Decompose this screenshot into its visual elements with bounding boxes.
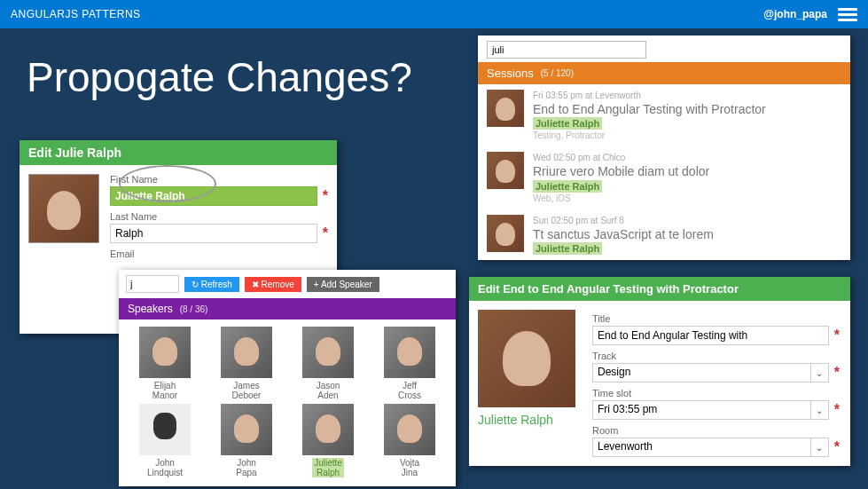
room-select[interactable]: Levenworth⌄ [592, 438, 829, 457]
avatar [384, 327, 435, 378]
sessions-count: (5 / 120) [541, 68, 574, 78]
session-meta: Sun 02:50 pm at Surf 8 [533, 215, 841, 226]
session-speaker: Juliette Ralph [533, 242, 602, 255]
avatar [487, 152, 524, 189]
speaker-card[interactable]: JeffCross [371, 327, 449, 400]
speaker-card[interactable]: VojtaJina [371, 404, 449, 479]
speakers-header-label: Speakers [128, 303, 173, 315]
avatar [302, 404, 354, 455]
avatar [487, 90, 524, 127]
required-asterisk: * [834, 327, 840, 343]
speaker-card[interactable]: JohnPapa [207, 404, 285, 479]
room-label: Room [592, 425, 840, 436]
slide-title: Propogate Changes? [27, 53, 412, 101]
timeslot-select[interactable]: Fri 03:55 pm⌄ [592, 400, 829, 420]
avatar[interactable] [28, 174, 99, 243]
email-label: Email [110, 248, 328, 259]
required-asterisk: * [834, 439, 840, 455]
twitter-handle: @john_papa [763, 8, 827, 20]
chevron-down-icon: ⌄ [810, 364, 828, 382]
speaker-card[interactable]: JohnLindquist [126, 404, 204, 479]
top-bar: ANGULARJS PATTERNS @john_papa [0, 0, 868, 28]
title-input[interactable] [592, 326, 829, 345]
speaker-card[interactable]: JasonAden [289, 327, 367, 400]
chevron-down-icon: ⌄ [810, 401, 828, 419]
refresh-button[interactable]: ↻ Refresh [184, 277, 239, 292]
session-row[interactable]: Sun 02:50 pm at Surf 8 Tt sanctus JavaSc… [478, 209, 850, 260]
session-title: Rriure vero Mobile diam ut dolor [533, 163, 841, 179]
avatar [302, 327, 354, 378]
add-speaker-button[interactable]: + Add Speaker [307, 277, 379, 292]
sessions-header-label: Sessions [487, 67, 534, 80]
first-name-input[interactable] [110, 186, 317, 206]
session-row[interactable]: Wed 02:50 pm at Chico Rriure vero Mobile… [478, 146, 850, 209]
required-asterisk: * [834, 402, 840, 418]
avatar [384, 404, 435, 455]
track-select[interactable]: Design⌄ [592, 363, 829, 383]
menu-icon[interactable] [838, 8, 857, 21]
panel-header: Edit Julie Ralph [20, 140, 337, 165]
speaker-card[interactable]: JulietteRalph [289, 404, 367, 479]
avatar [139, 327, 191, 378]
avatar [221, 327, 272, 378]
last-name-input[interactable] [110, 224, 317, 243]
session-meta: Fri 03:55 pm at Levenworth [533, 90, 841, 101]
session-meta: Wed 02:50 pm at Chico [533, 152, 841, 163]
avatar[interactable] [478, 310, 575, 407]
required-asterisk: * [323, 188, 328, 204]
session-speaker: Juliette Ralph [533, 180, 602, 193]
avatar [487, 215, 524, 252]
remove-button[interactable]: ✖ Remove [245, 277, 301, 292]
sessions-header: Sessions (5 / 120) [478, 62, 850, 84]
panel-header: Edit End to End Angular Testing with Pro… [469, 277, 850, 301]
sessions-search-input[interactable] [487, 41, 646, 59]
speakers-header: Speakers (8 / 36) [119, 298, 456, 319]
speakers-count: (8 / 36) [180, 304, 208, 314]
session-title: Tt sanctus JavaScript at te lorem [533, 226, 841, 242]
session-row[interactable]: Fri 03:55 pm at Levenworth End to End An… [478, 84, 850, 146]
speaker-card[interactable]: ElijahManor [126, 327, 204, 400]
app-title: ANGULARJS PATTERNS [11, 8, 141, 20]
chevron-down-icon: ⌄ [810, 438, 828, 456]
speaker-name: Juliette Ralph [478, 413, 580, 427]
avatar [221, 404, 272, 455]
sessions-panel: Sessions (5 / 120) Fri 03:55 pm at Leven… [478, 35, 850, 260]
speakers-panel: ↻ Refresh ✖ Remove + Add Speaker Speaker… [119, 270, 456, 486]
avatar [139, 404, 191, 455]
title-label: Title [592, 313, 840, 324]
required-asterisk: * [323, 225, 328, 241]
required-asterisk: * [834, 365, 840, 381]
timeslot-label: Time slot [592, 388, 840, 398]
session-title: End to End Angular Testing with Protract… [533, 101, 841, 117]
first-name-label: First Name [110, 174, 328, 185]
edit-session-panel: Edit End to End Angular Testing with Pro… [469, 277, 850, 466]
speaker-card[interactable]: JamesDeboer [207, 327, 285, 400]
speakers-search-input[interactable] [126, 275, 179, 293]
last-name-label: Last Name [110, 211, 328, 222]
track-label: Track [592, 351, 840, 361]
session-speaker: Juliette Ralph [533, 117, 602, 130]
session-tags: Testing, Protractor [533, 130, 841, 141]
session-tags: Web, iOS [533, 193, 841, 204]
